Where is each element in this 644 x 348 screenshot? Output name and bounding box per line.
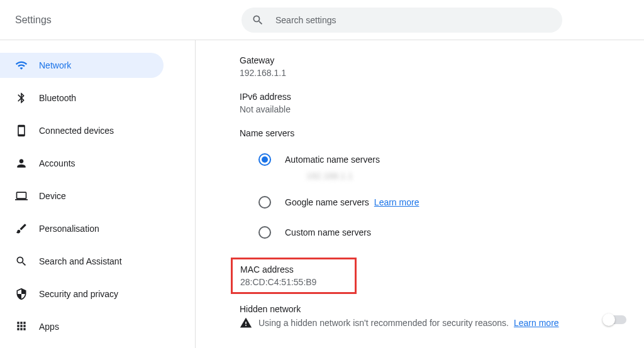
laptop-icon	[15, 190, 28, 202]
sidebar-item-network[interactable]: Network	[0, 53, 164, 78]
field-ipv6: IPv6 address Not available	[240, 92, 629, 114]
wifi-icon	[15, 59, 28, 72]
radio-label: Google name servers	[285, 197, 369, 207]
sidebar: Network Bluetooth Connected devices Acco…	[0, 40, 164, 348]
warning-icon	[240, 317, 252, 329]
radio-option-google[interactable]: Google name servers Learn more	[258, 187, 629, 217]
field-value: Not available	[240, 104, 629, 114]
learn-more-link[interactable]: Learn more	[374, 197, 419, 207]
sidebar-item-device[interactable]: Device	[0, 183, 164, 209]
blurred-value: 192.168.1.1	[306, 171, 629, 181]
radio-option-automatic[interactable]: Automatic name servers	[258, 144, 629, 175]
radio-label: Automatic name servers	[285, 155, 380, 165]
phone-icon	[15, 124, 28, 137]
sidebar-item-personalisation[interactable]: Personalisation	[0, 216, 164, 241]
sidebar-item-label: Apps	[39, 322, 59, 332]
sidebar-item-connected-devices[interactable]: Connected devices	[0, 118, 164, 143]
page-title: Settings	[15, 14, 242, 26]
sidebar-item-security[interactable]: Security and privacy	[0, 281, 164, 307]
sidebar-item-bluetooth[interactable]: Bluetooth	[0, 85, 164, 111]
search-input[interactable]	[275, 15, 552, 25]
apps-icon	[15, 320, 28, 334]
field-label: Hidden network	[240, 304, 604, 314]
sidebar-item-label: Search and Assistant	[39, 256, 122, 266]
field-label: Name servers	[240, 128, 629, 138]
sidebar-item-label: Connected devices	[39, 126, 114, 136]
content-panel: Gateway 192.168.1.1 IPv6 address Not ava…	[196, 40, 644, 348]
search-icon	[15, 255, 28, 268]
sidebar-item-search-assistant[interactable]: Search and Assistant	[0, 249, 164, 274]
search-icon	[252, 14, 264, 26]
field-label: MAC address	[240, 264, 347, 275]
field-hidden-network: Hidden network Using a hidden network is…	[240, 304, 629, 329]
radio-icon[interactable]	[258, 196, 271, 209]
sidebar-item-label: Bluetooth	[39, 93, 76, 103]
hidden-network-toggle[interactable]	[604, 315, 626, 324]
field-value: 28:CD:C4:51:55:B9	[240, 277, 347, 287]
sidebar-item-label: Device	[39, 191, 66, 201]
field-name-servers: Name servers Automatic name servers 192.…	[240, 128, 629, 247]
search-bar[interactable]	[242, 8, 562, 33]
radio-option-custom[interactable]: Custom name servers	[258, 217, 629, 247]
field-label: Gateway	[240, 55, 629, 65]
field-value: 192.168.1.1	[240, 68, 629, 78]
sidebar-item-accounts[interactable]: Accounts	[0, 151, 164, 176]
sidebar-item-label: Personalisation	[39, 224, 99, 234]
mac-address-highlight: MAC address 28:CD:C4:51:55:B9	[231, 258, 357, 294]
field-gateway: Gateway 192.168.1.1	[240, 55, 629, 78]
radio-icon[interactable]	[258, 153, 271, 166]
brush-icon	[15, 222, 28, 235]
shield-icon	[15, 288, 28, 300]
radio-icon[interactable]	[258, 226, 271, 239]
sidebar-item-label: Security and privacy	[39, 289, 118, 299]
sidebar-item-label: Network	[39, 60, 71, 70]
field-label: IPv6 address	[240, 92, 629, 102]
radio-label: Custom name servers	[285, 227, 371, 237]
sidebar-item-label: Accounts	[39, 158, 75, 168]
header: Settings	[0, 0, 644, 40]
bluetooth-icon	[15, 92, 28, 104]
sidebar-item-apps[interactable]: Apps	[0, 314, 164, 339]
warning-text: Using a hidden network isn't recommended…	[258, 318, 509, 328]
learn-more-link[interactable]: Learn more	[514, 318, 559, 328]
person-icon	[15, 157, 28, 170]
